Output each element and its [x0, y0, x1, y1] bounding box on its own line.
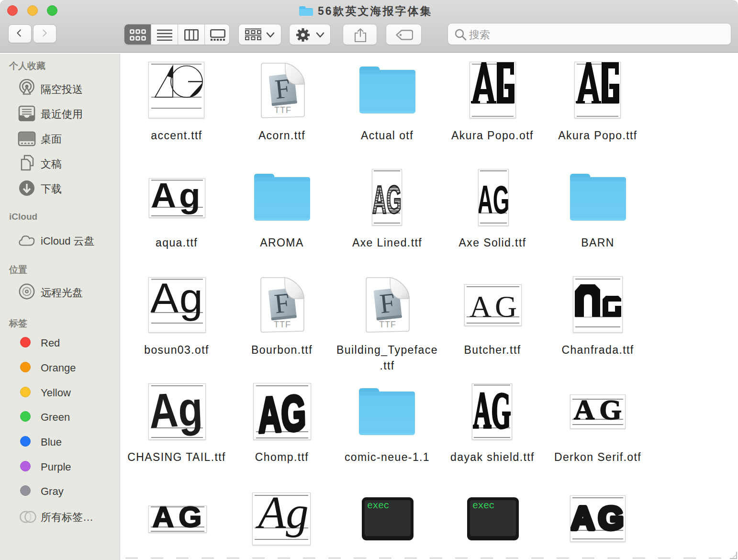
svg-text:AG: AG: [571, 500, 625, 536]
svg-text:AG: AG: [574, 395, 625, 426]
svg-text:AG: AG: [257, 385, 306, 439]
svg-text:TTF: TTF: [274, 320, 291, 329]
svg-text:AG: AG: [470, 290, 520, 324]
svg-text:TTF: TTF: [379, 320, 396, 329]
svg-text:AG: AG: [473, 384, 511, 439]
svg-text:Ag: Ag: [255, 493, 309, 538]
svg-text:Ag: Ag: [151, 179, 203, 214]
svg-text:Ag: Ag: [149, 384, 204, 438]
svg-text:AG: AG: [372, 178, 402, 222]
svg-text:AG: AG: [479, 178, 508, 222]
svg-text:Ag: Ag: [150, 278, 204, 322]
svg-text:TTF: TTF: [274, 105, 291, 115]
svg-text:AG: AG: [153, 506, 207, 532]
